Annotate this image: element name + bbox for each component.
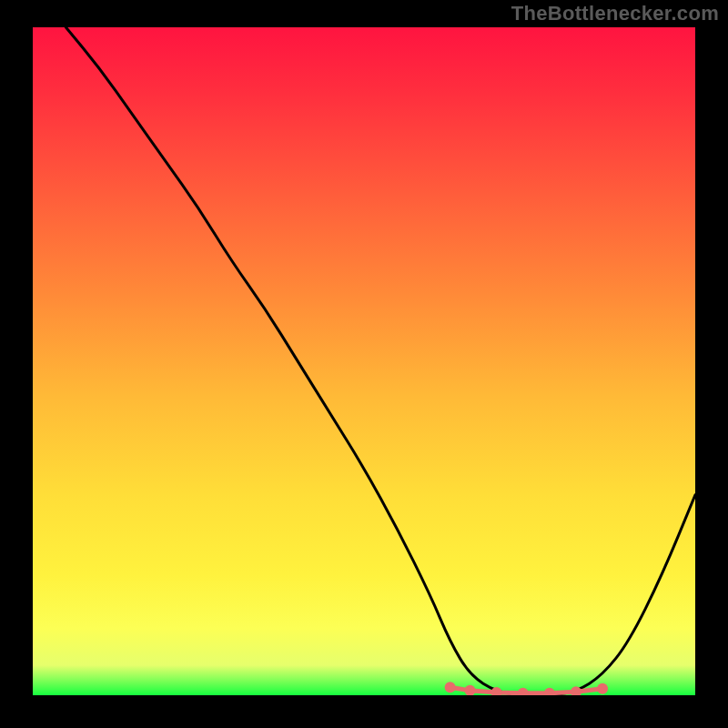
attribution-text: TheBottlenecker.com [511,2,719,25]
bottleneck-chart [33,27,695,695]
optimum-marker [445,682,456,693]
plot-area [33,27,695,695]
chart-frame: TheBottlenecker.com [0,0,728,728]
gradient-background [33,27,695,695]
optimum-marker [597,683,608,694]
